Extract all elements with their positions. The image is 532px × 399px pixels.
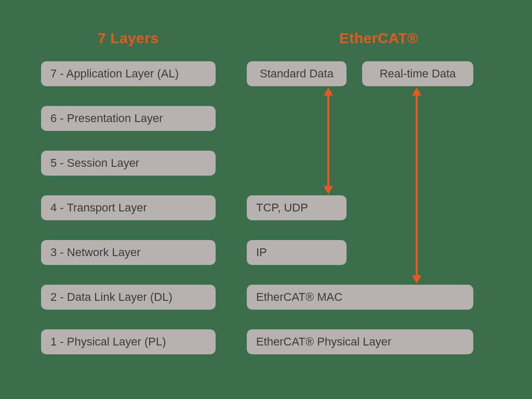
- ethercat-phy-box: EtherCAT® Physical Layer: [247, 329, 473, 354]
- arrow-standard-head-down: [324, 186, 333, 194]
- arrow-realtime-head-down: [412, 275, 421, 284]
- ip-box: IP: [247, 240, 347, 265]
- heading-layers: 7 Layers: [98, 30, 159, 47]
- arrow-realtime-to-mac: [416, 95, 418, 276]
- arrow-standard-to-tcp: [327, 95, 329, 187]
- layer-2-box: 2 - Data Link Layer (DL): [41, 285, 216, 310]
- layer-3-box: 3 - Network Layer: [41, 240, 216, 265]
- tcp-udp-box: TCP, UDP: [247, 195, 347, 220]
- realtime-data-box: Real-time Data: [362, 61, 473, 86]
- arrow-realtime-head-up: [412, 87, 421, 96]
- ethercat-mac-box: EtherCAT® MAC: [247, 285, 473, 310]
- arrow-standard-head-up: [324, 87, 333, 96]
- standard-data-box: Standard Data: [247, 61, 347, 86]
- layer-4-box: 4 - Transport Layer: [41, 195, 216, 220]
- diagram-canvas: 7 Layers EtherCAT® 7 - Application Layer…: [0, 0, 532, 399]
- layer-6-box: 6 - Presentation Layer: [41, 106, 216, 131]
- layer-1-box: 1 - Physical Layer (PL): [41, 329, 216, 354]
- layer-7-box: 7 - Application Layer (AL): [41, 61, 216, 86]
- heading-ethercat: EtherCAT®: [339, 30, 418, 47]
- layer-5-box: 5 - Session Layer: [41, 151, 216, 176]
